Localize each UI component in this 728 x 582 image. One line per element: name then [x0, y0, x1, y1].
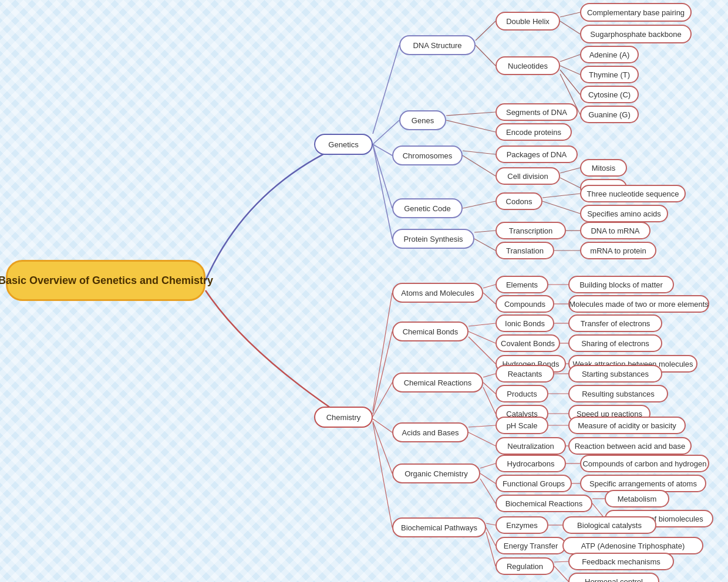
- svg-line-13: [446, 112, 496, 116]
- svg-line-49: [469, 432, 496, 446]
- svg-line-14: [446, 120, 496, 132]
- svg-line-22: [474, 231, 496, 232]
- svg-line-36: [469, 323, 496, 326]
- chemistry-node: Chemistry: [314, 407, 373, 428]
- biochem-pathways-node: Biochemical Pathways: [392, 517, 486, 537]
- svg-line-52: [480, 463, 496, 468]
- organic-node: Organic Chemistry: [392, 463, 480, 483]
- functional-node: Functional Groups: [496, 475, 572, 492]
- chromosomes-node: Chromosomes: [392, 146, 463, 165]
- mitosis-node: Mitosis: [580, 159, 627, 177]
- genetic-code-node: Genetic Code: [392, 198, 463, 218]
- svg-line-5: [476, 21, 496, 40]
- svg-line-31: [373, 422, 392, 527]
- svg-line-3: [373, 144, 392, 208]
- biochem-reactions-node: Biochemical Reactions: [496, 495, 592, 512]
- svg-line-19: [463, 201, 496, 208]
- dna-structure-node: DNA Structure: [399, 35, 476, 55]
- products-node: Products: [496, 385, 548, 402]
- svg-line-28: [373, 383, 392, 417]
- hormonal-node: Hormonal control: [568, 573, 659, 582]
- building-blocks-node: Building blocks of matter: [568, 276, 674, 293]
- regulation-node: Regulation: [496, 557, 554, 575]
- hydrocarbons-node: Hydrocarbons: [496, 455, 566, 472]
- chemistry-label: Chemistry: [326, 413, 361, 422]
- svg-line-0: [373, 45, 399, 134]
- segments-node: Segments of DNA: [496, 103, 578, 121]
- measure-acidity-node: Measure of acidity or basicity: [568, 417, 686, 434]
- genetics-node: Genetics: [314, 134, 373, 155]
- starting-node: Starting substances: [568, 365, 662, 383]
- svg-line-9: [560, 55, 580, 62]
- protein-synth-label: Protein Synthesis: [403, 235, 463, 243]
- packages-node: Packages of DNA: [496, 146, 578, 163]
- svg-line-33: [483, 293, 496, 304]
- genetics-label: Genetics: [328, 140, 358, 149]
- mrna-protein-node: mRNA to protein: [580, 242, 656, 259]
- svg-line-43: [483, 383, 496, 394]
- comp-base-node: Complementary base pairing: [580, 3, 692, 22]
- svg-line-11: [560, 70, 580, 94]
- atp-node: ATP (Adenosine Triphosphate): [562, 537, 703, 554]
- transfer-node: Transfer of electrons: [568, 314, 662, 332]
- svg-line-53: [480, 473, 496, 483]
- root-node: Basic Overview of Genetics and Chemistry: [6, 260, 205, 301]
- specifies-node: Specifies amino acids: [580, 205, 668, 222]
- nucleotides-node: Nucleotides: [496, 56, 560, 75]
- genes-label: Genes: [412, 116, 434, 125]
- svg-line-65: [554, 566, 568, 581]
- elements-node: Elements: [496, 276, 548, 293]
- dna-label: DNA Structure: [413, 41, 461, 50]
- svg-line-18: [560, 178, 580, 188]
- svg-line-1: [373, 120, 399, 144]
- svg-line-23: [474, 239, 496, 251]
- svg-line-26: [373, 293, 392, 411]
- resulting-node: Resulting substances: [568, 385, 668, 402]
- dna-mrna-node: DNA to mRNA: [580, 222, 651, 239]
- neutralization-node: Neutralization: [496, 437, 566, 455]
- svg-line-61: [486, 532, 496, 566]
- adenine-node: Adenine (A): [580, 46, 639, 63]
- svg-line-15: [463, 151, 496, 154]
- protein-synth-node: Protein Synthesis: [392, 229, 474, 249]
- svg-line-42: [483, 374, 496, 377]
- guanine-node: Guanine (G): [580, 106, 639, 123]
- svg-line-60: [486, 527, 496, 546]
- chem-bonds-node: Chemical Bonds: [392, 322, 469, 341]
- svg-line-20: [542, 194, 580, 198]
- svg-line-17: [560, 168, 580, 173]
- encode-node: Encode proteins: [496, 123, 572, 141]
- three-nucleotide-node: Three nucleotide sequence: [580, 185, 686, 202]
- genes-node: Genes: [399, 110, 446, 130]
- svg-line-64: [554, 561, 568, 562]
- molecules-two-node: Molecules made of two or more elements: [568, 295, 709, 313]
- svg-line-32: [483, 285, 496, 288]
- covalent-node: Covalent Bonds: [496, 334, 560, 352]
- thymine-node: Thymine (T): [580, 66, 639, 83]
- reactants-node: Reactants: [496, 365, 554, 383]
- carbon-hydrogen-node: Compounds of carbon and hydrogen: [580, 455, 709, 472]
- svg-line-54: [480, 479, 496, 503]
- ph-scale-node: pH Scale: [496, 417, 548, 434]
- svg-line-6: [476, 45, 496, 66]
- svg-line-21: [542, 201, 580, 214]
- genetic-code-label: Genetic Code: [404, 204, 451, 213]
- svg-line-44: [483, 387, 496, 414]
- reaction-acid-node: Reaction between acid and base: [568, 437, 692, 455]
- cell-div-node: Cell division: [496, 167, 560, 185]
- root-label: Basic Overview of Genetics and Chemistry: [0, 275, 213, 287]
- svg-line-29: [373, 419, 392, 432]
- sharing-node: Sharing of electrons: [568, 334, 662, 352]
- translation-node: Translation: [496, 242, 554, 259]
- acids-bases-node: Acids and Bases: [392, 422, 469, 442]
- enzymes-node: Enzymes: [496, 516, 548, 534]
- svg-line-10: [560, 66, 580, 75]
- biological-catalysts-node: Biological catalysts: [562, 516, 656, 534]
- compounds-node: Compounds: [496, 295, 554, 313]
- svg-line-59: [486, 523, 496, 525]
- svg-line-16: [463, 155, 496, 176]
- transcription-node: Transcription: [496, 222, 566, 239]
- svg-line-4: [373, 144, 392, 239]
- svg-line-30: [373, 421, 392, 473]
- codons-node: Codons: [496, 192, 542, 210]
